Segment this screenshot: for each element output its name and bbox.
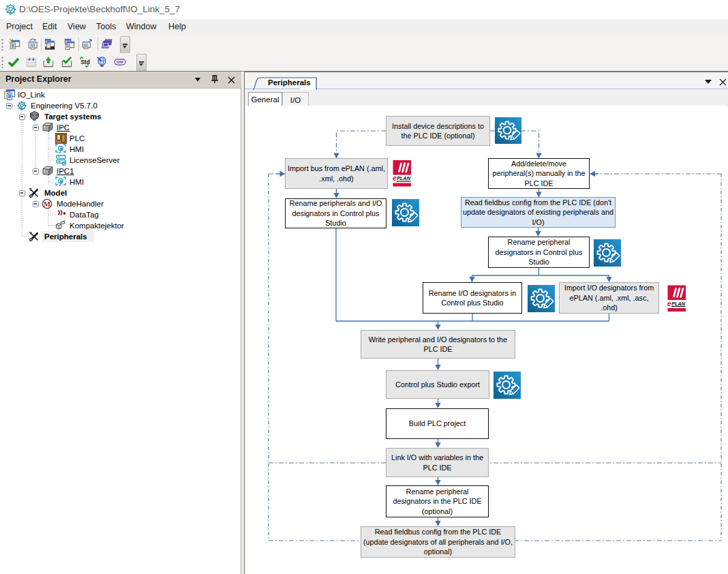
svg-text:M: M	[44, 200, 50, 208]
svg-text:SIM: SIM	[116, 60, 123, 64]
svg-text:Std: Std	[80, 59, 90, 65]
